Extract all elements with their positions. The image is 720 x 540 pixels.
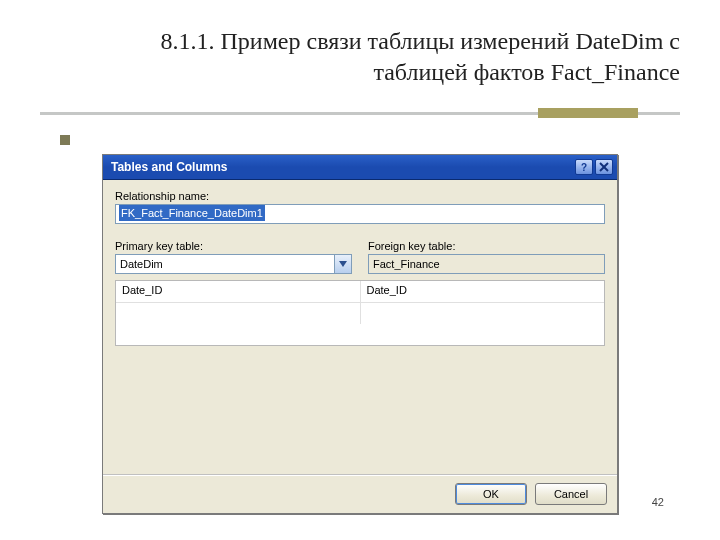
tables-and-columns-dialog: Tables and Columns ? Relationship name: … [102, 154, 618, 514]
relationship-name-group: Relationship name: FK_Fact_Finance_DateD… [115, 190, 605, 224]
primary-key-label: Primary key table: [115, 240, 352, 252]
help-button[interactable]: ? [575, 159, 593, 175]
primary-key-column: Primary key table: DateDim [115, 240, 352, 274]
primary-key-dropdown-button[interactable] [334, 255, 351, 273]
grid-row[interactable]: Date_ID Date_ID [116, 281, 604, 303]
relationship-name-input[interactable]: FK_Fact_Finance_DateDim1 [115, 204, 605, 224]
dialog-titlebar[interactable]: Tables and Columns ? [103, 155, 617, 180]
cancel-button[interactable]: Cancel [535, 483, 607, 505]
grid-cell-primary[interactable] [116, 303, 361, 324]
dialog-body: Relationship name: FK_Fact_Finance_DateD… [103, 180, 617, 474]
svg-marker-2 [339, 261, 347, 267]
grid-row[interactable] [116, 303, 604, 324]
chevron-down-icon [339, 261, 347, 267]
slide: 8.1.1. Пример связи таблицы измерений Da… [0, 0, 720, 540]
foreign-key-column: Foreign key table: Fact_Finance [368, 240, 605, 274]
relationship-name-label: Relationship name: [115, 190, 605, 202]
foreign-key-textbox: Fact_Finance [368, 254, 605, 274]
foreign-key-value: Fact_Finance [373, 258, 440, 270]
grid-cell-primary[interactable]: Date_ID [116, 281, 361, 302]
slide-accent [538, 108, 638, 118]
slide-title: 8.1.1. Пример связи таблицы измерений Da… [80, 26, 680, 87]
columns-grid[interactable]: Date_ID Date_ID [115, 280, 605, 346]
close-button[interactable] [595, 159, 613, 175]
help-icon: ? [581, 162, 587, 173]
grid-cell-foreign[interactable]: Date_ID [361, 281, 605, 302]
dialog-footer: OK Cancel [103, 474, 617, 513]
dialog-title: Tables and Columns [111, 160, 573, 174]
table-selectors: Primary key table: DateDim Foreign key t… [115, 240, 605, 274]
relationship-name-value: FK_Fact_Finance_DateDim1 [119, 205, 265, 221]
dialog-spacer [115, 346, 605, 468]
grid-cell-foreign[interactable] [361, 303, 605, 324]
foreign-key-label: Foreign key table: [368, 240, 605, 252]
primary-key-combo[interactable]: DateDim [115, 254, 352, 274]
ok-button[interactable]: OK [455, 483, 527, 505]
window-buttons: ? [573, 159, 613, 175]
close-icon [599, 162, 609, 172]
primary-key-value: DateDim [120, 258, 334, 270]
slide-bullet [60, 135, 70, 145]
page-number: 42 [652, 496, 664, 508]
